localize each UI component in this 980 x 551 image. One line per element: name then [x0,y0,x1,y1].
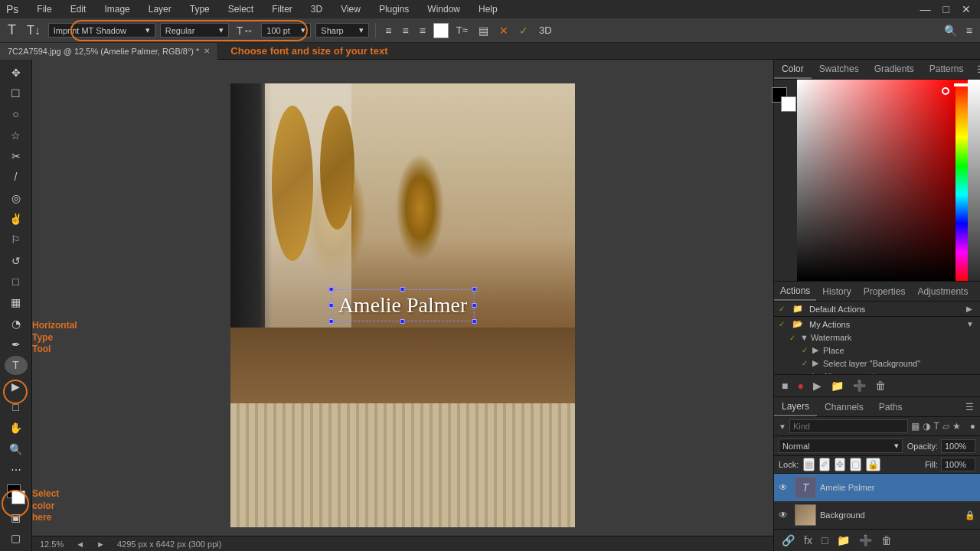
type-tool[interactable]: T [5,356,28,375]
handle-bottom-mid[interactable] [400,319,405,324]
tool-preset-icon[interactable]: T [5,21,19,40]
layers-tab[interactable]: Layers [774,398,817,416]
align-center-button[interactable]: ≡ [400,23,412,38]
create-layer-button[interactable]: ➕ [856,533,875,548]
path-select-tool[interactable]: ▶ [5,377,28,396]
lock-pixels-button[interactable]: ✐ [819,458,830,471]
layers-search-input[interactable] [789,419,909,433]
eraser-tool[interactable]: □ [5,272,28,291]
menu-filter[interactable]: Filter [269,2,296,16]
selection-tool[interactable]: ☐ [5,83,28,103]
handle-mid-right[interactable] [472,303,476,308]
paths-tab[interactable]: Paths [871,399,910,416]
crop-tool[interactable]: ✂ [5,146,28,165]
color-tab[interactable]: Color [774,60,812,79]
filter-pixel-icon[interactable]: ▦ [911,421,920,432]
layer-amelie-visibility[interactable]: 👁 [779,482,791,493]
action-select-background[interactable]: ✓ ▶ Select layer "Background" [774,357,980,370]
add-mask-button[interactable]: □ [818,533,831,548]
menu-view[interactable]: View [338,2,364,16]
spot-heal-tool[interactable]: ◎ [5,188,28,207]
nav-back[interactable]: ◄ [76,540,84,549]
menu-window[interactable]: Window [424,2,463,16]
align-right-button[interactable]: ≡ [416,23,429,38]
font-size-input[interactable]: 100 pt ▾ [261,23,311,37]
menu-layer[interactable]: Layer [145,2,175,16]
history-brush-tool[interactable]: ↺ [5,251,28,270]
handle-top-right[interactable] [472,287,476,292]
color-spectrum[interactable] [956,80,968,281]
menu-edit[interactable]: Edit [67,2,90,16]
swatches-tab[interactable]: Swatches [812,60,867,79]
lasso-tool[interactable]: ○ [5,105,28,124]
delete-layer-button[interactable]: 🗑 [878,533,895,548]
layers-panel-menu[interactable]: ☰ [959,402,980,412]
canvas-area[interactable]: Amelie Palmer 12.5% ◄ ► 4295 px x 6442 p… [32,60,773,551]
character-panel-button[interactable]: ▤ [475,23,492,38]
hand-tool[interactable]: ✋ [5,419,28,438]
add-action-button[interactable]: ➕ [850,378,869,393]
eyedropper-tool[interactable]: / [5,168,28,187]
anti-alias-dropdown[interactable]: Sharp ▾ [315,23,369,37]
background-color-swatch[interactable] [11,491,25,504]
3d-button[interactable]: 3D [536,23,555,37]
quick-select-tool[interactable]: ☆ [5,126,28,145]
layer-amelie-palmer[interactable]: 👁 T Amelie Palmer [774,474,980,501]
handle-bottom-right[interactable] [472,319,476,324]
record-action-button[interactable]: ● [794,378,806,393]
workspace-button[interactable]: ≡ [963,23,975,38]
default-actions-header[interactable]: ✓ 📁 Default Actions ▶ [774,302,980,316]
action-place[interactable]: ✓ ▶ Place [774,344,980,357]
search-button[interactable]: 🔍 [941,23,960,38]
actions-tab[interactable]: Actions [774,282,816,301]
text-color-swatch[interactable] [433,23,449,38]
shape-tool[interactable]: □ [5,397,28,416]
layer-background[interactable]: 👁 Background 🔒 [774,501,980,529]
text-size-icon[interactable]: T↓ [24,22,44,39]
lock-transparent-button[interactable]: ▦ [803,458,815,471]
stop-action-button[interactable]: ■ [779,378,791,393]
handle-top-left[interactable] [329,287,334,292]
brush-tool[interactable]: ✌ [5,209,28,228]
color-gradient-picker[interactable] [797,80,956,281]
screen-mode-button[interactable]: ▢ [5,529,28,548]
menu-3d[interactable]: 3D [308,2,325,16]
minimize-button[interactable]: — [917,2,934,17]
document-tab[interactable]: 7C2A7594.jpg @ 12,5% (Amelie Palmer, RGB… [0,43,218,60]
lock-all-button[interactable]: 🔒 [866,458,880,471]
delete-action-button[interactable]: 🗑 [872,378,889,393]
quick-mask-button[interactable]: ▣ [5,508,28,527]
more-tools[interactable]: ⋯ [5,460,28,479]
menu-image[interactable]: Image [101,2,132,16]
background-color[interactable] [781,96,796,112]
cancel-button[interactable]: ✕ [496,23,511,38]
lock-position-button[interactable]: ✥ [835,458,845,471]
watermark-group[interactable]: ✓ ▼ Watermark [774,331,980,344]
gradient-tool[interactable]: ▦ [5,293,28,312]
properties-tab[interactable]: Properties [858,283,912,300]
link-layers-button[interactable]: 🔗 [779,533,798,548]
handle-mid-left[interactable] [329,303,334,308]
maximize-button[interactable]: □ [940,2,952,17]
clone-tool[interactable]: ⚐ [5,230,28,249]
menu-select[interactable]: Select [225,2,256,16]
filter-type-icon[interactable]: T [933,421,939,432]
handle-top-mid[interactable] [400,287,405,292]
align-left-button[interactable]: ≡ [382,23,394,38]
patterns-tab[interactable]: Patterns [922,60,972,79]
play-action-button[interactable]: ▶ [810,378,825,393]
pen-tool[interactable]: ✒ [5,334,28,354]
color-gradient-square[interactable] [797,80,956,281]
close-button[interactable]: ✕ [959,2,974,17]
filter-toggle[interactable]: ● [970,421,975,432]
blend-mode-dropdown[interactable]: Normal ▾ [779,439,903,453]
color-swatches-container[interactable] [4,484,28,507]
color-panel-menu[interactable]: ☰ [971,64,980,75]
filter-shape-icon[interactable]: ▱ [942,421,949,432]
filter-smart-icon[interactable]: ★ [952,421,961,432]
fill-input[interactable]: 100% [941,458,975,471]
move-tool[interactable]: ✥ [5,63,28,82]
menu-file[interactable]: File [34,2,54,16]
gradients-tab[interactable]: Gradients [867,60,922,79]
menu-type[interactable]: Type [187,2,213,16]
